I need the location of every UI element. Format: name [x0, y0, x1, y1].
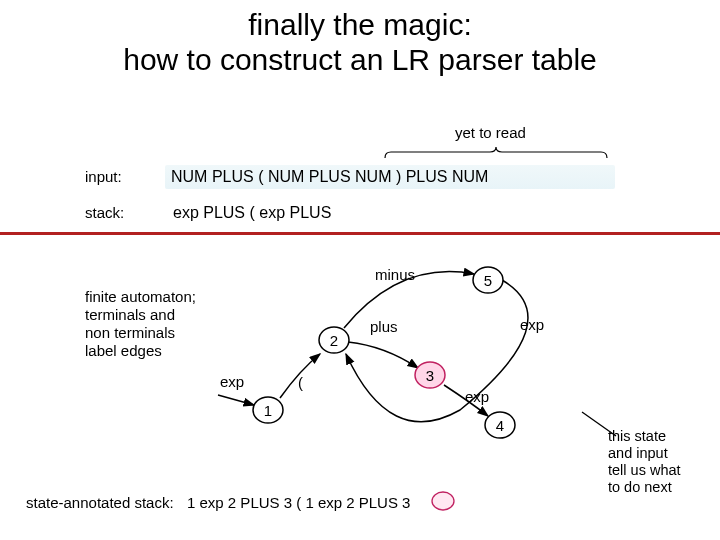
edge-label-exp-in: exp: [220, 373, 244, 390]
edge-label-exp5: exp: [520, 316, 544, 333]
edge-label-minus: minus: [375, 266, 415, 283]
curly-brace-icon: [383, 146, 609, 160]
node-3-label: 3: [426, 367, 434, 384]
stack-label: stack:: [85, 204, 124, 221]
edge-label-lparen: (: [298, 374, 303, 391]
svg-line-0: [218, 395, 254, 405]
yet-to-read-label: yet to read: [455, 124, 526, 141]
node-2-label: 2: [330, 332, 338, 349]
divider: [0, 232, 720, 235]
state-note: this state and input tell us what to do …: [608, 428, 718, 496]
svg-point-6: [432, 492, 454, 510]
state-annotated-stack-text: 1 exp 2 PLUS 3 ( 1 exp 2 PLUS 3: [187, 494, 410, 511]
note-text: this state and input tell us what to do …: [608, 428, 681, 495]
edge-label-plus: plus: [370, 318, 398, 335]
slide-title: finally the magic: how to construct an L…: [0, 0, 720, 77]
title-line-1: finally the magic:: [248, 8, 471, 41]
input-text: NUM PLUS ( NUM PLUS NUM ) PLUS NUM: [165, 165, 615, 189]
title-line-2: how to construct an LR parser table: [123, 43, 597, 76]
node-1-label: 1: [264, 402, 272, 419]
stack-text: exp PLUS ( exp PLUS: [173, 204, 331, 222]
edge-label-exp34: exp: [465, 388, 489, 405]
highlight-oval-icon: [431, 491, 455, 511]
input-label: input:: [85, 168, 122, 185]
automaton-description: finite automaton; terminals and non term…: [85, 288, 215, 360]
node-5-label: 5: [484, 272, 492, 289]
state-annotated-stack-label: state-annotated stack:: [26, 494, 174, 511]
node-4-label: 4: [496, 417, 504, 434]
automaton-diagram: exp ( plus minus exp exp 1 2 3 4 5: [230, 250, 590, 470]
desc-l1: finite automaton; terminals and non term…: [85, 288, 196, 359]
